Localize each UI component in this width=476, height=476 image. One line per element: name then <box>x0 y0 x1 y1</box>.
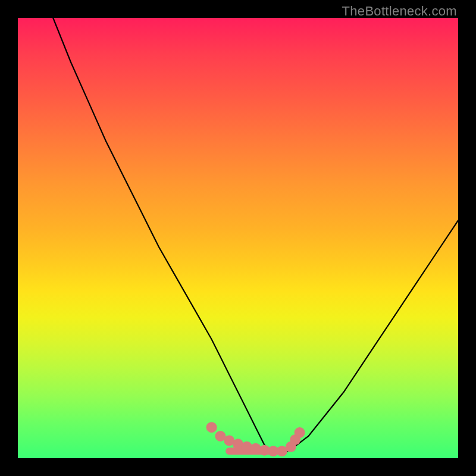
chart-frame: TheBottleneck.com <box>0 0 476 476</box>
valley-marker <box>295 427 305 438</box>
bottleneck-curve <box>18 18 458 458</box>
valley-marker <box>206 422 217 433</box>
watermark-text: TheBottleneck.com <box>342 4 457 19</box>
curve-path <box>53 18 458 454</box>
valley-marker <box>250 443 261 454</box>
plot-area <box>18 18 458 458</box>
